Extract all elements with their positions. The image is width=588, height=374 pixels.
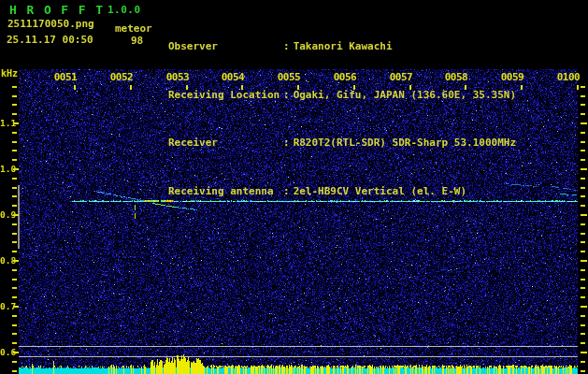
- x-axis-label: 0100: [555, 71, 581, 83]
- x-axis-label: 0056: [332, 71, 358, 83]
- x-axis-label: 0052: [108, 71, 135, 83]
- x-axis-label: 0051: [52, 71, 79, 83]
- app-version: 1.0.0: [108, 4, 141, 16]
- info-label: Receiving Location: [168, 89, 283, 102]
- info-label: Receiver: [168, 137, 283, 150]
- y-axis-label: 0.7: [0, 301, 13, 311]
- info-separator: :: [283, 89, 290, 101]
- meteor-count: 98: [131, 35, 143, 47]
- station-info: Observer:Takanori Kawachi Receiving Loca…: [168, 5, 516, 234]
- info-row: Receiving Location:Ogaki, Gifu, JAPAN (1…: [168, 89, 516, 102]
- info-separator: :: [283, 137, 290, 149]
- info-label: Observer: [168, 40, 283, 53]
- x-axis-label: 0054: [220, 71, 246, 83]
- info-label: Receiving antenna: [168, 185, 283, 198]
- y-axis-label: 1.1: [0, 118, 13, 128]
- info-separator: :: [283, 40, 290, 52]
- app-title: H R O F F T: [9, 3, 105, 17]
- info-row: Observer:Takanori Kawachi: [168, 40, 516, 53]
- info-value: R820T2(RTL-SDR) SDR-Sharp 53.1000MHz: [290, 137, 516, 149]
- y-axis-label: 1.0: [0, 164, 13, 174]
- y-axis-unit-label: kHz: [1, 68, 18, 79]
- y-axis-label: 0.6: [0, 347, 13, 357]
- x-axis-label: 0053: [165, 71, 191, 83]
- y-axis-label: 0.8: [0, 255, 13, 266]
- info-row: Receiving antenna:2el-HB9CV Vertical (el…: [168, 185, 516, 198]
- info-value: Takanori Kawachi: [290, 40, 393, 52]
- info-row: Receiver:R820T2(RTL-SDR) SDR-Sharp 53.10…: [168, 137, 516, 150]
- info-separator: :: [283, 185, 290, 197]
- x-axis-label: 0055: [276, 71, 302, 83]
- x-axis-label: 0057: [388, 71, 414, 83]
- mode-label: meteor: [115, 22, 152, 35]
- x-axis-label: 0058: [443, 71, 469, 83]
- x-axis-label: 0059: [499, 71, 525, 83]
- y-axis-label: 0.9: [0, 209, 13, 220]
- info-value: 2el-HB9CV Vertical (el. E-W): [290, 185, 466, 197]
- info-value: Ogaki, Gifu, JAPAN (136.60E, 35.35N): [290, 89, 516, 101]
- file-name: 2511170050.png: [7, 18, 94, 30]
- datetime-label: 25.11.17 00:50: [7, 34, 93, 46]
